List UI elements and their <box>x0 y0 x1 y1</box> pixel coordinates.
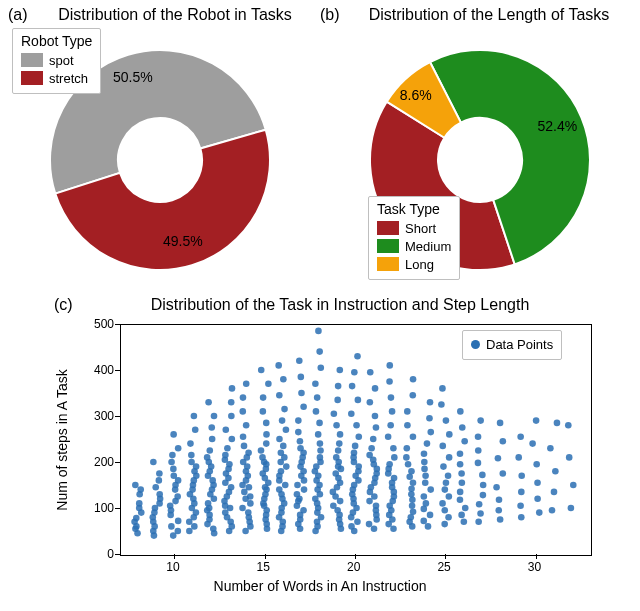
svg-point-209 <box>300 404 307 411</box>
svg-point-371 <box>426 415 433 422</box>
svg-point-395 <box>457 461 464 468</box>
panel-c-title: Distribution of the Task in Instruction … <box>80 296 600 314</box>
svg-point-85 <box>205 399 212 406</box>
svg-point-399 <box>457 408 464 415</box>
legend-b-row-2: Long <box>377 255 451 273</box>
svg-point-427 <box>533 461 540 468</box>
svg-point-381 <box>440 463 447 470</box>
svg-point-267 <box>354 519 361 526</box>
svg-point-252 <box>332 470 339 477</box>
svg-point-337 <box>386 362 393 369</box>
svg-point-239 <box>315 328 322 335</box>
svg-point-231 <box>317 440 324 447</box>
svg-point-152 <box>259 454 266 461</box>
legend-c: Data Points <box>462 330 562 360</box>
svg-point-260 <box>333 422 340 429</box>
svg-point-132 <box>239 408 246 415</box>
svg-point-438 <box>565 422 572 429</box>
svg-point-83 <box>208 424 215 431</box>
svg-point-370 <box>427 429 434 436</box>
svg-point-236 <box>312 381 319 388</box>
svg-point-133 <box>240 394 247 401</box>
svg-point-207 <box>295 429 302 436</box>
svg-point-115 <box>239 505 246 512</box>
svg-point-289 <box>351 369 358 376</box>
legend-b-swatch-0 <box>377 221 399 235</box>
svg-point-197 <box>294 482 301 489</box>
svg-point-313 <box>372 385 379 392</box>
svg-point-336 <box>386 378 393 385</box>
svg-point-388 <box>461 519 468 526</box>
svg-point-116 <box>247 500 254 507</box>
svg-point-309 <box>370 436 377 443</box>
svg-point-417 <box>497 420 504 427</box>
svg-point-398 <box>459 424 466 431</box>
svg-point-196 <box>301 486 308 493</box>
svg-point-9 <box>137 486 144 493</box>
svg-point-406 <box>475 460 482 467</box>
svg-point-400 <box>475 519 482 526</box>
svg-point-424 <box>536 509 543 516</box>
svg-point-351 <box>403 445 410 452</box>
legend-a-row-1: stretch <box>21 69 92 87</box>
svg-point-379 <box>443 479 450 486</box>
svg-point-419 <box>517 502 524 509</box>
svg-point-261 <box>331 410 338 417</box>
svg-point-283 <box>352 443 359 450</box>
svg-point-329 <box>386 461 393 468</box>
y-tick-label: 400 <box>94 363 114 377</box>
svg-point-311 <box>372 413 379 420</box>
svg-point-131 <box>243 422 250 429</box>
svg-point-413 <box>493 484 500 491</box>
svg-point-80 <box>204 454 211 461</box>
legend-c-row-0: Data Points <box>471 335 553 353</box>
svg-point-342 <box>409 502 416 509</box>
svg-point-178 <box>278 450 285 457</box>
svg-point-195 <box>294 491 301 498</box>
svg-point-402 <box>476 501 483 508</box>
svg-point-160 <box>258 367 265 374</box>
svg-point-234 <box>313 408 320 415</box>
legend-b-label-1: Medium <box>405 239 451 254</box>
svg-point-103 <box>222 452 229 459</box>
svg-point-210 <box>298 390 305 397</box>
svg-point-211 <box>298 374 305 381</box>
svg-point-355 <box>409 392 416 399</box>
legend-b-row-0: Short <box>377 219 451 237</box>
legend-a-row-0: spot <box>21 51 92 69</box>
svg-point-363 <box>427 486 434 493</box>
svg-point-43 <box>186 528 193 535</box>
svg-point-7 <box>136 500 143 507</box>
svg-point-41 <box>175 445 182 452</box>
svg-point-416 <box>500 438 507 445</box>
svg-point-422 <box>515 454 522 461</box>
svg-point-108 <box>228 399 235 406</box>
svg-point-423 <box>517 433 524 440</box>
svg-point-21 <box>152 484 159 491</box>
legend-b: Task Type Short Medium Long <box>368 196 460 280</box>
svg-point-348 <box>408 468 415 475</box>
svg-point-394 <box>458 470 465 477</box>
svg-point-372 <box>427 399 434 406</box>
svg-point-432 <box>552 468 559 475</box>
legend-b-label-0: Short <box>405 221 436 236</box>
svg-point-230 <box>317 447 324 454</box>
svg-point-380 <box>445 473 452 480</box>
svg-point-307 <box>366 452 373 459</box>
svg-point-315 <box>390 525 397 532</box>
svg-point-237 <box>317 364 324 371</box>
svg-point-114 <box>245 509 252 516</box>
legend-b-swatch-2 <box>377 257 399 271</box>
svg-point-64 <box>210 525 217 532</box>
svg-point-104 <box>224 445 231 452</box>
svg-point-373 <box>441 521 448 528</box>
svg-point-155 <box>263 431 270 438</box>
svg-point-296 <box>373 502 380 509</box>
svg-point-341 <box>410 508 417 515</box>
svg-point-392 <box>457 489 464 496</box>
panel-a: (a) Distribution of the Robot in Tasks 5… <box>0 0 320 290</box>
svg-point-435 <box>568 505 575 512</box>
svg-point-345 <box>408 485 415 492</box>
svg-point-264 <box>337 367 344 374</box>
figure-root: (a) Distribution of the Robot in Tasks 5… <box>0 0 640 611</box>
